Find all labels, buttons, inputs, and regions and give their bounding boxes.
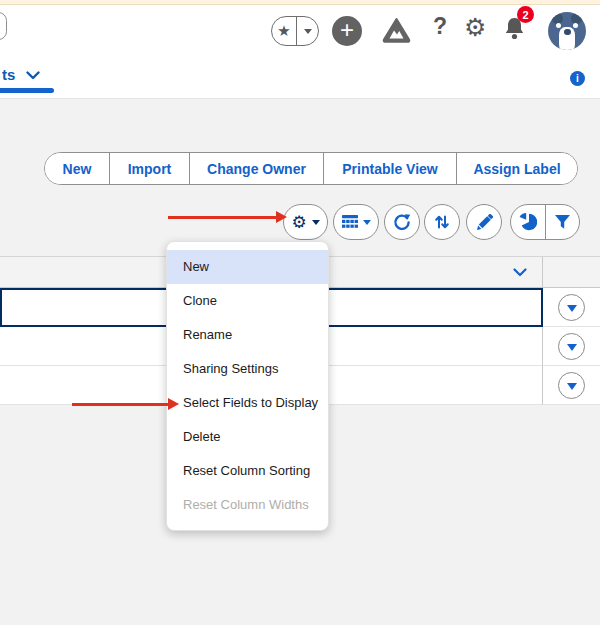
import-button[interactable]: Import [109,153,189,184]
annotation-arrowhead-to-select-fields [168,398,179,410]
new-button[interactable]: New [45,153,109,184]
object-tab-label: ts [2,66,15,83]
menu-item-reset-column-widths: Reset Column Widths [167,488,328,522]
triangle-down-icon [567,344,577,351]
setup-button[interactable]: ⚙ [464,15,486,40]
charts-filter-button-group [510,204,580,240]
info-icon: i [576,73,579,84]
annotation-arrow-to-select-fields [72,403,168,406]
chevron-down-icon [363,220,371,225]
menu-item-rename[interactable]: Rename [167,318,328,352]
table-row-action-cell [543,288,600,327]
list-view-body: New Import Change Owner Printable View A… [0,98,600,625]
top-accent-strip [0,0,600,5]
chevron-down-icon [312,220,320,225]
gear-icon: ⚙ [464,13,486,42]
filter-funnel-icon [554,214,571,230]
pie-chart-icon [519,213,537,231]
avatar-nose [564,29,571,35]
avatar-eye-right [573,23,578,28]
list-settings-context-menu: New Clone Rename Sharing Settings Select… [166,241,329,531]
inline-edit-button[interactable] [466,204,502,240]
printable-view-button[interactable]: Printable View [323,153,456,184]
global-add-button[interactable]: + [332,16,362,46]
row-actions-dropdown-button[interactable] [558,333,585,360]
sort-arrows-icon [434,214,450,230]
chevron-down-icon [26,71,40,80]
select-list-display-button[interactable] [333,204,379,240]
menu-item-sharing-settings[interactable]: Sharing Settings [167,352,328,386]
list-action-button-group: New Import Change Owner Printable View A… [44,152,578,185]
row-actions-dropdown-button[interactable] [558,372,585,399]
menu-item-delete[interactable]: Delete [167,420,328,454]
plus-icon: + [340,18,354,42]
triangle-down-icon [567,305,577,312]
pencil-icon [476,214,493,231]
annotation-arrowhead-to-gear [276,211,287,223]
favorites-dropdown-button[interactable] [297,17,318,45]
favorites-button-group[interactable]: ★ [271,16,319,46]
annotation-arrow-to-gear [168,216,276,219]
menu-item-reset-column-sorting[interactable]: Reset Column Sorting [167,454,328,488]
object-tab[interactable]: ts [2,66,15,83]
help-button[interactable]: ? [433,15,447,38]
user-avatar[interactable] [548,12,586,50]
sort-button[interactable] [424,204,460,240]
active-tab-underline [0,88,54,93]
menu-item-new[interactable]: New [167,250,328,284]
refresh-icon [393,213,411,231]
question-mark-icon: ? [433,13,447,39]
trailhead-icon [382,17,411,44]
notification-count: 2 [522,9,528,21]
table-header-action-cell [543,257,600,287]
triangle-down-icon [567,383,577,390]
table-row-action-cell [543,327,600,366]
trailhead-button[interactable] [382,17,411,44]
table-icon [342,215,358,229]
assign-label-button[interactable]: Assign Label [456,153,577,184]
avatar-eye-left [556,23,561,28]
menu-item-select-fields-to-display[interactable]: Select Fields to Display [167,386,328,420]
favorites-star-icon[interactable]: ★ [272,17,296,45]
charts-button[interactable] [511,205,545,239]
chevron-down-icon[interactable] [513,268,527,277]
screen: ★ + ? ⚙ 2 ts [0,0,600,625]
refresh-button[interactable] [384,204,420,240]
tab-dropdown-button[interactable] [26,71,40,80]
change-owner-button[interactable]: Change Owner [189,153,323,184]
table-row-action-cell [543,366,600,405]
list-settings-gear-button[interactable]: ⚙ [283,204,328,240]
info-button[interactable]: i [570,71,585,86]
chevron-down-icon [304,29,312,34]
row-actions-dropdown-button[interactable] [558,294,585,321]
filter-button[interactable] [546,205,580,239]
menu-item-clone[interactable]: Clone [167,284,328,318]
notification-count-badge: 2 [517,6,534,23]
global-search-box-edge[interactable] [0,12,7,40]
gear-icon: ⚙ [291,214,306,231]
